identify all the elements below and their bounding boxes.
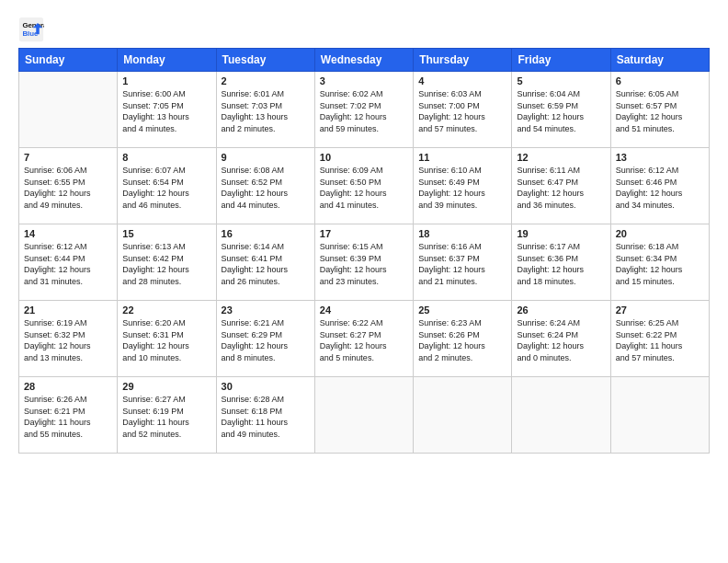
- header-day: Monday: [118, 49, 216, 72]
- day-info: Sunrise: 6:27 AM Sunset: 6:19 PM Dayligh…: [122, 394, 210, 440]
- calendar-cell: [414, 377, 512, 454]
- day-number: 20: [616, 228, 704, 239]
- calendar-week: 7Sunrise: 6:06 AM Sunset: 6:55 PM Daylig…: [19, 148, 710, 224]
- calendar-cell: 28Sunrise: 6:26 AM Sunset: 6:21 PM Dayli…: [19, 377, 118, 454]
- day-info: Sunrise: 6:12 AM Sunset: 6:44 PM Dayligh…: [24, 241, 112, 287]
- day-number: 6: [616, 75, 704, 86]
- day-number: 12: [517, 152, 605, 163]
- day-info: Sunrise: 6:17 AM Sunset: 6:36 PM Dayligh…: [517, 241, 605, 287]
- calendar-cell: 26Sunrise: 6:24 AM Sunset: 6:24 PM Dayli…: [512, 301, 610, 377]
- day-number: 3: [320, 75, 408, 86]
- day-info: Sunrise: 6:12 AM Sunset: 6:46 PM Dayligh…: [616, 165, 704, 211]
- calendar-cell: 27Sunrise: 6:25 AM Sunset: 6:22 PM Dayli…: [610, 301, 709, 377]
- day-number: 10: [320, 152, 408, 163]
- calendar-cell: 2Sunrise: 6:01 AM Sunset: 7:03 PM Daylig…: [216, 72, 314, 148]
- header-day: Wednesday: [314, 49, 413, 72]
- calendar-cell: 23Sunrise: 6:21 AM Sunset: 6:29 PM Dayli…: [216, 301, 314, 377]
- day-info: Sunrise: 6:06 AM Sunset: 6:55 PM Dayligh…: [24, 165, 112, 211]
- day-number: 7: [24, 152, 112, 163]
- day-info: Sunrise: 6:25 AM Sunset: 6:22 PM Dayligh…: [616, 317, 704, 363]
- calendar-cell: 29Sunrise: 6:27 AM Sunset: 6:19 PM Dayli…: [118, 377, 216, 454]
- calendar-cell: 1Sunrise: 6:00 AM Sunset: 7:05 PM Daylig…: [118, 72, 216, 148]
- day-number: 18: [418, 228, 506, 239]
- calendar-cell: 22Sunrise: 6:20 AM Sunset: 6:31 PM Dayli…: [118, 301, 216, 377]
- day-info: Sunrise: 6:24 AM Sunset: 6:24 PM Dayligh…: [517, 317, 605, 363]
- day-number: 2: [222, 75, 310, 86]
- day-number: 21: [24, 304, 112, 316]
- calendar-cell: 9Sunrise: 6:08 AM Sunset: 6:52 PM Daylig…: [216, 148, 314, 224]
- calendar-cell: 7Sunrise: 6:06 AM Sunset: 6:55 PM Daylig…: [19, 148, 118, 224]
- calendar-cell: 30Sunrise: 6:28 AM Sunset: 6:18 PM Dayli…: [216, 377, 314, 454]
- calendar-week: 28Sunrise: 6:26 AM Sunset: 6:21 PM Dayli…: [19, 377, 710, 454]
- day-info: Sunrise: 6:14 AM Sunset: 6:41 PM Dayligh…: [222, 241, 310, 287]
- day-info: Sunrise: 6:08 AM Sunset: 6:52 PM Dayligh…: [222, 165, 310, 211]
- day-info: Sunrise: 6:04 AM Sunset: 6:59 PM Dayligh…: [517, 88, 605, 134]
- day-info: Sunrise: 6:23 AM Sunset: 6:26 PM Dayligh…: [418, 317, 506, 363]
- calendar: SundayMondayTuesdayWednesdayThursdayFrid…: [18, 48, 710, 454]
- calendar-cell: 10Sunrise: 6:09 AM Sunset: 6:50 PM Dayli…: [314, 148, 413, 224]
- day-number: 11: [418, 152, 506, 163]
- header-day: Sunday: [19, 49, 118, 72]
- calendar-cell: 17Sunrise: 6:15 AM Sunset: 6:39 PM Dayli…: [314, 224, 413, 301]
- day-info: Sunrise: 6:18 AM Sunset: 6:34 PM Dayligh…: [616, 241, 704, 287]
- calendar-cell: 11Sunrise: 6:10 AM Sunset: 6:49 PM Dayli…: [414, 148, 512, 224]
- calendar-week: 14Sunrise: 6:12 AM Sunset: 6:44 PM Dayli…: [19, 224, 710, 301]
- day-number: 30: [222, 381, 310, 392]
- calendar-cell: 14Sunrise: 6:12 AM Sunset: 6:44 PM Dayli…: [19, 224, 118, 301]
- calendar-cell: 4Sunrise: 6:03 AM Sunset: 7:00 PM Daylig…: [414, 72, 512, 148]
- calendar-cell: 5Sunrise: 6:04 AM Sunset: 6:59 PM Daylig…: [512, 72, 610, 148]
- calendar-cell: 24Sunrise: 6:22 AM Sunset: 6:27 PM Dayli…: [314, 301, 413, 377]
- logo: General Blue: [18, 17, 44, 42]
- day-info: Sunrise: 6:02 AM Sunset: 7:02 PM Dayligh…: [320, 88, 408, 134]
- calendar-cell: 20Sunrise: 6:18 AM Sunset: 6:34 PM Dayli…: [610, 224, 709, 301]
- logo-icon: General Blue: [18, 17, 44, 42]
- calendar-week: 21Sunrise: 6:19 AM Sunset: 6:32 PM Dayli…: [19, 301, 710, 377]
- day-number: 27: [616, 304, 704, 316]
- day-number: 8: [122, 152, 210, 163]
- day-info: Sunrise: 6:28 AM Sunset: 6:18 PM Dayligh…: [222, 394, 310, 440]
- day-info: Sunrise: 6:03 AM Sunset: 7:00 PM Dayligh…: [418, 88, 506, 134]
- day-number: 24: [320, 304, 408, 316]
- day-info: Sunrise: 6:11 AM Sunset: 6:47 PM Dayligh…: [517, 165, 605, 211]
- calendar-cell: [314, 377, 413, 454]
- header-day: Tuesday: [216, 49, 314, 72]
- day-number: 13: [616, 152, 704, 163]
- calendar-cell: [19, 72, 118, 148]
- day-number: 19: [517, 228, 605, 239]
- day-info: Sunrise: 6:21 AM Sunset: 6:29 PM Dayligh…: [222, 317, 310, 363]
- calendar-header: SundayMondayTuesdayWednesdayThursdayFrid…: [19, 49, 710, 72]
- header-day: Thursday: [414, 49, 512, 72]
- calendar-cell: 3Sunrise: 6:02 AM Sunset: 7:02 PM Daylig…: [314, 72, 413, 148]
- calendar-cell: [610, 377, 709, 454]
- calendar-week: 1Sunrise: 6:00 AM Sunset: 7:05 PM Daylig…: [19, 72, 710, 148]
- day-number: 26: [517, 304, 605, 316]
- calendar-cell: 18Sunrise: 6:16 AM Sunset: 6:37 PM Dayli…: [414, 224, 512, 301]
- day-number: 23: [222, 304, 310, 316]
- day-info: Sunrise: 6:07 AM Sunset: 6:54 PM Dayligh…: [122, 165, 210, 211]
- day-info: Sunrise: 6:26 AM Sunset: 6:21 PM Dayligh…: [24, 394, 112, 440]
- day-number: 1: [122, 75, 210, 86]
- header-day: Saturday: [610, 49, 709, 72]
- day-number: 25: [418, 304, 506, 316]
- day-number: 22: [122, 304, 210, 316]
- day-number: 4: [418, 75, 506, 86]
- day-info: Sunrise: 6:20 AM Sunset: 6:31 PM Dayligh…: [122, 317, 210, 363]
- header-row: SundayMondayTuesdayWednesdayThursdayFrid…: [19, 49, 710, 72]
- header: General Blue: [18, 17, 710, 42]
- day-info: Sunrise: 6:01 AM Sunset: 7:03 PM Dayligh…: [222, 88, 310, 134]
- day-number: 29: [122, 381, 210, 392]
- calendar-cell: 13Sunrise: 6:12 AM Sunset: 6:46 PM Dayli…: [610, 148, 709, 224]
- day-info: Sunrise: 6:19 AM Sunset: 6:32 PM Dayligh…: [24, 317, 112, 363]
- calendar-cell: 25Sunrise: 6:23 AM Sunset: 6:26 PM Dayli…: [414, 301, 512, 377]
- day-info: Sunrise: 6:09 AM Sunset: 6:50 PM Dayligh…: [320, 165, 408, 211]
- header-day: Friday: [512, 49, 610, 72]
- day-number: 14: [24, 228, 112, 239]
- calendar-cell: 16Sunrise: 6:14 AM Sunset: 6:41 PM Dayli…: [216, 224, 314, 301]
- svg-text:General: General: [22, 21, 44, 29]
- day-info: Sunrise: 6:10 AM Sunset: 6:49 PM Dayligh…: [418, 165, 506, 211]
- day-number: 16: [222, 228, 310, 239]
- day-info: Sunrise: 6:15 AM Sunset: 6:39 PM Dayligh…: [320, 241, 408, 287]
- page: General Blue SundayMondayTuesdayWednesda…: [0, 0, 728, 563]
- calendar-cell: 21Sunrise: 6:19 AM Sunset: 6:32 PM Dayli…: [19, 301, 118, 377]
- day-info: Sunrise: 6:05 AM Sunset: 6:57 PM Dayligh…: [616, 88, 704, 134]
